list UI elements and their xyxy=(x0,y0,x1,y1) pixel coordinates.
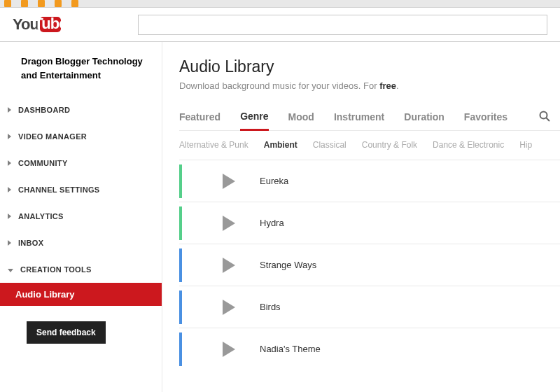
genre-country-folk[interactable]: Country & Folk xyxy=(362,140,417,150)
sidebar-item-label: ANALYTICS xyxy=(18,212,64,220)
sidebar-item-label: CREATION TOOLS xyxy=(20,265,92,274)
tab-instrument[interactable]: Instrument xyxy=(334,111,384,130)
track-row: Eureka xyxy=(179,160,560,202)
channel-name[interactable]: Dragon Blogger Technology and Entertainm… xyxy=(0,55,162,97)
sidebar-item-inbox[interactable]: INBOX xyxy=(0,230,162,256)
track-name[interactable]: Eureka xyxy=(260,176,288,186)
track-row: Hydra xyxy=(179,202,560,244)
genre-hip[interactable]: Hip xyxy=(519,140,532,150)
sidebar-item-label: DASHBOARD xyxy=(18,106,70,114)
svg-point-0 xyxy=(540,112,547,119)
play-icon[interactable] xyxy=(223,300,235,315)
chevron-right-icon xyxy=(8,134,11,139)
chevron-right-icon xyxy=(8,160,11,166)
sidebar-item-community[interactable]: COMMUNITY xyxy=(0,150,162,176)
browser-bookmark-bar xyxy=(0,0,560,8)
track-name[interactable]: Hydra xyxy=(260,218,284,228)
youtube-logo[interactable]: You Tube xyxy=(13,15,61,34)
sidebar-item-dashboard[interactable]: DASHBOARD xyxy=(0,97,162,123)
chevron-right-icon xyxy=(8,107,11,113)
genre-classical[interactable]: Classical xyxy=(313,140,346,150)
chevron-down-icon xyxy=(8,269,13,272)
play-icon[interactable] xyxy=(223,342,235,357)
tab-mood[interactable]: Mood xyxy=(288,111,314,130)
page-title: Audio Library xyxy=(179,57,560,76)
genre-ambient[interactable]: Ambient xyxy=(264,140,298,150)
page-subtitle: Download background music for your video… xyxy=(179,80,560,91)
main-content: Audio Library Download background music … xyxy=(162,42,560,392)
sidebar-item-video-manager[interactable]: VIDEO MANAGER xyxy=(0,123,162,150)
track-name[interactable]: Strange Ways xyxy=(260,260,316,270)
sidebar-item-label: COMMUNITY xyxy=(18,159,68,167)
tab-featured[interactable]: Featured xyxy=(179,111,220,130)
genre-filter: Alternative & Punk Ambient Classical Cou… xyxy=(179,131,560,160)
play-icon[interactable] xyxy=(223,174,235,189)
sidebar-item-analytics[interactable]: ANALYTICS xyxy=(0,203,162,230)
search-input[interactable] xyxy=(138,15,547,35)
genre-dance-electronic[interactable]: Dance & Electronic xyxy=(433,140,504,150)
track-row: Birds xyxy=(179,286,560,328)
track-color-bar xyxy=(179,332,182,366)
sidebar-subitem-label: Audio Library xyxy=(15,289,75,300)
sidebar: Dragon Blogger Technology and Entertainm… xyxy=(0,42,162,392)
sidebar-item-label: VIDEO MANAGER xyxy=(18,132,87,141)
tab-genre[interactable]: Genre xyxy=(240,111,268,131)
track-row: Strange Ways xyxy=(179,244,560,286)
play-icon[interactable] xyxy=(223,216,235,231)
header: You Tube xyxy=(0,8,560,42)
track-name[interactable]: Nadia's Theme xyxy=(260,344,321,354)
track-color-bar xyxy=(179,206,182,240)
play-icon[interactable] xyxy=(223,258,235,273)
sidebar-subitem-audio-library[interactable]: Audio Library xyxy=(0,283,162,306)
chevron-right-icon xyxy=(8,214,11,219)
logo-play-badge: Tube xyxy=(40,17,61,32)
svg-line-1 xyxy=(547,118,550,122)
sidebar-item-label: INBOX xyxy=(18,239,43,247)
sidebar-item-label: CHANNEL SETTINGS xyxy=(18,186,99,194)
tab-duration[interactable]: Duration xyxy=(404,111,444,130)
chevron-right-icon xyxy=(8,240,11,246)
search-icon[interactable] xyxy=(539,111,550,130)
track-color-bar xyxy=(179,248,182,282)
sidebar-item-channel-settings[interactable]: CHANNEL SETTINGS xyxy=(0,176,162,203)
chevron-right-icon xyxy=(8,187,11,192)
track-color-bar xyxy=(179,290,182,324)
filter-tabs: Featured Genre Mood Instrument Duration … xyxy=(179,111,560,131)
send-feedback-button[interactable]: Send feedback xyxy=(27,321,106,344)
sidebar-item-creation-tools[interactable]: CREATION TOOLS xyxy=(0,256,162,283)
track-name[interactable]: Birds xyxy=(260,302,281,312)
tab-favorites[interactable]: Favorites xyxy=(464,111,507,130)
track-row: Nadia's Theme xyxy=(179,328,560,370)
genre-alternative-punk[interactable]: Alternative & Punk xyxy=(179,140,248,150)
track-color-bar xyxy=(179,164,182,198)
